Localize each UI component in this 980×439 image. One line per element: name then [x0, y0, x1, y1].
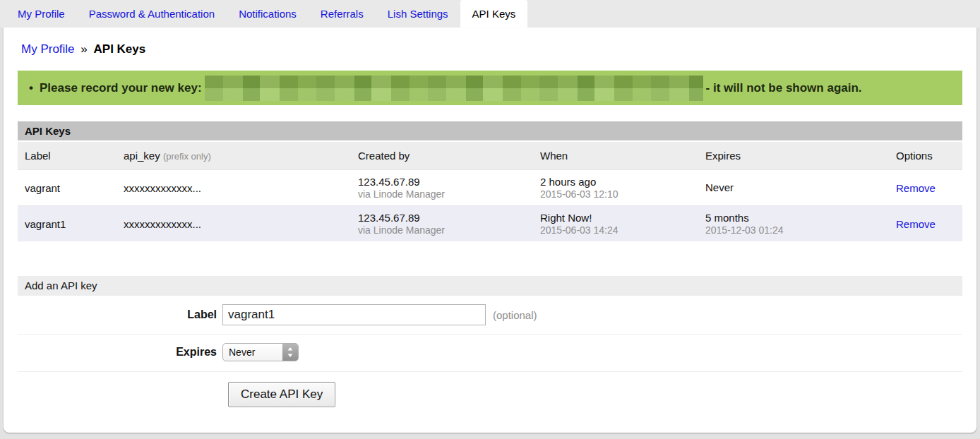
column-header-api-key: api_key (prefix only): [116, 142, 351, 169]
cell-api-key: xxxxxxxxxxxxx...: [116, 176, 351, 200]
tab-lish-settings[interactable]: Lish Settings: [376, 0, 460, 28]
alert-bullet: •: [29, 81, 33, 95]
new-key-alert: • Please record your new key: - it will …: [18, 71, 962, 105]
column-header-api-key-hint: (prefix only): [163, 151, 211, 162]
create-api-key-button[interactable]: Create API Key: [228, 382, 335, 407]
page-title: API Keys: [94, 42, 146, 56]
table-title: API Keys: [18, 121, 962, 140]
cell-when: Right Now! 2015-06-03 14:24: [533, 206, 698, 241]
cell-expires: Never: [698, 176, 889, 200]
table-row: vagrant xxxxxxxxxxxxx... 123.45.67.89 vi…: [18, 169, 962, 205]
cell-options: Remove: [889, 212, 962, 236]
expires-field-caption: Expires: [18, 346, 222, 359]
tab-referrals[interactable]: Referrals: [309, 0, 376, 28]
breadcrumb: My Profile » API Keys: [18, 42, 962, 56]
cell-label: vagrant1: [18, 212, 116, 236]
cell-label: vagrant: [18, 176, 116, 200]
content-panel: My Profile » API Keys • Please record yo…: [4, 28, 976, 433]
label-field-row: Label (optional): [18, 295, 962, 334]
column-header-expires: Expires: [698, 142, 889, 169]
add-api-key-form: Add an API key Label (optional) Expires …: [18, 276, 962, 407]
cell-options: Remove: [889, 176, 962, 200]
table-header-row: Label api_key (prefix only) Created by W…: [18, 142, 962, 169]
select-stepper-icon: [282, 343, 298, 361]
label-optional-hint: (optional): [493, 309, 537, 321]
tab-password-authentication[interactable]: Password & Authentication: [77, 0, 227, 28]
cell-api-key: xxxxxxxxxxxxx...: [116, 212, 351, 236]
cell-created-via: via Linode Manager: [358, 224, 526, 236]
label-field-caption: Label: [18, 308, 222, 321]
submit-row: Create API Key: [18, 371, 962, 407]
tab-bar: My Profile Password & Authentication Not…: [0, 0, 980, 28]
expires-field-row: Expires Never: [18, 334, 962, 370]
cell-when: 2 hours ago 2015-06-03 12:10: [533, 170, 698, 205]
api-keys-table: API Keys Label api_key (prefix only) Cre…: [18, 121, 962, 241]
column-header-options: Options: [889, 142, 962, 169]
cell-when-date: 2015-06-03 14:24: [540, 224, 691, 236]
expires-selected-value: Never: [223, 347, 282, 358]
cell-created-by: 123.45.67.89 via Linode Manager: [351, 206, 533, 241]
label-input[interactable]: [222, 304, 486, 325]
expires-select[interactable]: Never: [222, 343, 299, 361]
table-row: vagrant1 xxxxxxxxxxxxx... 123.45.67.89 v…: [18, 205, 962, 241]
alert-text-suffix: - it will not be shown again.: [706, 81, 862, 95]
tab-api-keys[interactable]: API Keys: [460, 0, 528, 28]
cell-expires-date: 2015-12-03 01:24: [705, 224, 882, 236]
tab-notifications[interactable]: Notifications: [227, 0, 309, 28]
breadcrumb-separator: »: [80, 42, 87, 56]
remove-key-link[interactable]: Remove: [896, 182, 936, 194]
column-header-when: When: [533, 142, 698, 169]
breadcrumb-my-profile-link[interactable]: My Profile: [21, 42, 75, 56]
tab-my-profile[interactable]: My Profile: [6, 0, 77, 28]
form-title: Add an API key: [18, 276, 962, 295]
cell-expires: 5 months 2015-12-03 01:24: [698, 206, 889, 241]
redacted-api-key: [205, 76, 703, 101]
cell-created-by: 123.45.67.89 via Linode Manager: [351, 170, 533, 205]
alert-text-prefix: Please record your new key:: [40, 81, 202, 95]
column-header-label: Label: [18, 142, 116, 169]
remove-key-link[interactable]: Remove: [896, 218, 936, 230]
column-header-created-by: Created by: [351, 142, 533, 169]
cell-when-date: 2015-06-03 12:10: [540, 188, 691, 200]
cell-created-via: via Linode Manager: [358, 188, 526, 200]
